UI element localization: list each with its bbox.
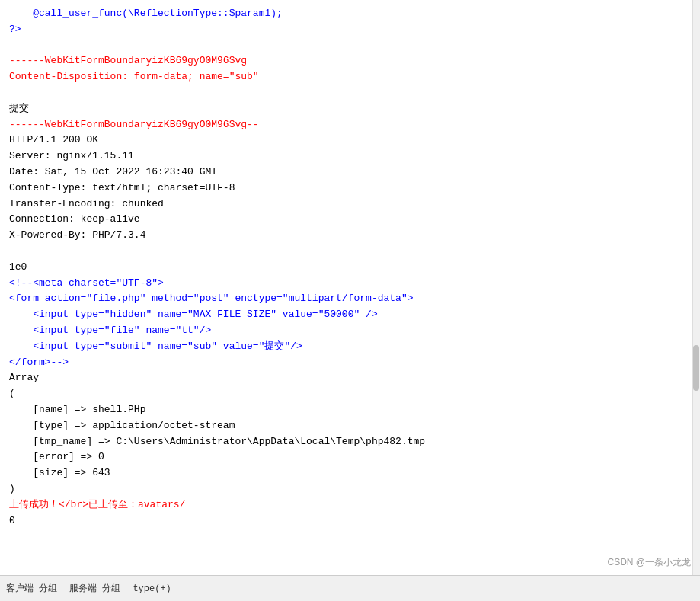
code-line: ------WebKitFormBoundaryizKB69gyO0M96Svg…	[9, 117, 691, 133]
code-line: 0	[9, 513, 691, 529]
code-line: X-Powered-By: PHP/7.3.4	[9, 228, 691, 244]
code-line: 提交	[9, 101, 691, 117]
code-line: HTTP/1.1 200 OK	[9, 133, 691, 149]
code-line: Connection: keep-alive	[9, 212, 691, 228]
bottom-bar-client-group[interactable]: 客户端 分组	[6, 582, 57, 595]
code-line: Server: nginx/1.15.11	[9, 149, 691, 165]
code-line: <form action="file.php" method="post" en…	[9, 291, 691, 307]
code-line	[9, 85, 691, 101]
code-line: Array	[9, 370, 691, 386]
code-line: 上传成功！</br>已上传至：avatars/	[9, 497, 691, 513]
code-line: [size] => 643	[9, 465, 691, 481]
main-container: @call_user_func(\ReflectionType::$param1…	[0, 0, 700, 601]
code-line	[9, 244, 691, 260]
code-line: [error] => 0	[9, 449, 691, 465]
scrollbar-thumb[interactable]	[693, 345, 699, 391]
code-line: Date: Sat, 15 Oct 2022 16:23:40 GMT	[9, 165, 691, 181]
code-line: [name] => shell.PHp	[9, 402, 691, 418]
code-line: <!--<meta charset="UTF-8">	[9, 276, 691, 292]
code-line: Content-Type: text/html; charset=UTF-8	[9, 181, 691, 197]
code-display: @call_user_func(\ReflectionType::$param1…	[0, 0, 700, 575]
code-line: Content-Disposition: form-data; name="su…	[9, 69, 691, 85]
watermark: CSDN @一条小龙龙	[607, 556, 691, 569]
code-line: ?>	[9, 22, 691, 38]
code-line: Transfer-Encoding: chunked	[9, 197, 691, 213]
code-line: </form>-->	[9, 355, 691, 371]
code-line: 1e0	[9, 260, 691, 276]
code-line: <input type="submit" name="sub" value="提…	[9, 339, 691, 355]
scrollbar[interactable]	[692, 0, 700, 575]
bottom-bar-server-group[interactable]: 服务端 分组	[69, 582, 120, 595]
bottom-bar-type-group[interactable]: type(+)	[133, 583, 171, 594]
code-line: <input type="hidden" name="MAX_FILE_SIZE…	[9, 307, 691, 323]
bottom-bar: 客户端 分组 服务端 分组 type(+)	[0, 575, 700, 601]
code-line: <input type="file" name="tt"/>	[9, 323, 691, 339]
code-line: @call_user_func(\ReflectionType::$param1…	[9, 6, 691, 22]
code-line: [type] => application/octet-stream	[9, 418, 691, 434]
code-line: [tmp_name] => C:\Users\Administrator\App…	[9, 434, 691, 450]
code-line	[9, 38, 691, 54]
code-line: )	[9, 481, 691, 497]
code-line: (	[9, 386, 691, 402]
code-line: ------WebKitFormBoundaryizKB69gyO0M96Svg	[9, 53, 691, 69]
